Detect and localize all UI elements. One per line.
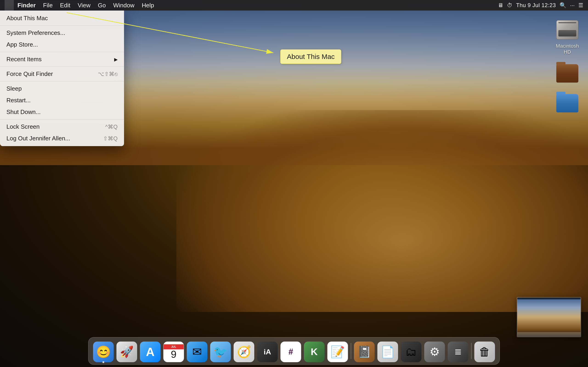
menu-item-system-prefs-label: System Preferences...: [6, 29, 65, 36]
menu-item-restart-label: Restart...: [6, 97, 31, 104]
menubar-file[interactable]: File: [39, 0, 56, 10]
menu-item-shutdown[interactable]: Shut Down...: [0, 106, 124, 118]
dock-app-documents[interactable]: 📄: [377, 342, 398, 362]
menubar-finder[interactable]: Finder: [14, 0, 39, 10]
menu-item-sleep[interactable]: Sleep: [0, 83, 124, 94]
menu-separator-5: [0, 119, 124, 119]
folder-blue-icon: [556, 92, 579, 115]
dock-app-safari[interactable]: 🧭: [233, 342, 254, 362]
menu-separator-1: [0, 25, 124, 26]
logout-shortcut: ⇧⌘Q: [103, 135, 118, 142]
menu-item-recent[interactable]: Recent Items ▶: [0, 53, 124, 65]
folder-brown-graphic: [556, 64, 578, 83]
menu-item-system-prefs[interactable]: System Preferences...: [0, 27, 124, 39]
submenu-arrow-icon: ▶: [114, 57, 118, 62]
lock-shortcut: ^⌘Q: [105, 124, 118, 130]
desktop-icon-folder-brown[interactable]: [553, 62, 581, 85]
menu-item-sleep-label: Sleep: [6, 85, 22, 92]
menubar-help[interactable]: Help: [138, 0, 157, 10]
hd-drive-icon: [556, 18, 579, 41]
dock-app-appstore[interactable]: A: [140, 342, 161, 362]
menubar-edit[interactable]: Edit: [56, 0, 74, 10]
menu-item-logout-label: Log Out Jennifer Allen...: [6, 135, 70, 142]
search-icon[interactable]: 🔍: [560, 2, 566, 8]
menu-item-appstore-label: App Store...: [6, 41, 38, 48]
dock-app-notebooks[interactable]: 📓: [354, 342, 375, 362]
dock-app-documents-wrap: 📄: [377, 342, 398, 362]
dock-app-finder[interactable]: 😊: [93, 342, 114, 362]
dock-app-iawriter[interactable]: iA: [257, 342, 278, 362]
menu-item-shutdown-label: Shut Down...: [6, 108, 41, 116]
dock-app-textedit-wrap: 📝: [327, 342, 348, 362]
dock-app-tweetbot-wrap: 🐦: [210, 342, 231, 362]
dock-app-files-wrap: 🗂: [401, 342, 422, 362]
apple-menu-dropdown: About This Mac System Preferences... App…: [0, 10, 124, 146]
screenshot-thumb-dock: [517, 332, 581, 337]
menubar-view[interactable]: View: [74, 0, 94, 10]
menubar-left: Finder File Edit View Go Window Help: [5, 0, 158, 10]
force-quit-shortcut: ⌥⇧⌘⎋: [98, 71, 118, 77]
menu-item-appstore[interactable]: App Store...: [0, 39, 124, 50]
menubar-clock: Thu 9 Jul 12:23: [516, 2, 556, 8]
notification-icon[interactable]: ···: [570, 2, 575, 8]
dock-app-calendar[interactable]: JUL 9: [163, 342, 184, 362]
dock-dot-finder: [103, 361, 104, 363]
menu-item-about[interactable]: About This Mac: [0, 12, 124, 24]
menu-separator-2: [0, 52, 124, 52]
dock-app-grey2[interactable]: ≡: [448, 342, 468, 362]
menu-item-recent-label: Recent Items: [6, 56, 42, 63]
dock-app-files[interactable]: 🗂: [401, 342, 422, 362]
menubar-go[interactable]: Go: [94, 0, 110, 10]
folder-blue-graphic: [556, 94, 578, 112]
dock-app-calendar-wrap: JUL 9: [163, 342, 184, 362]
screenshot-thumb-content: [517, 298, 581, 337]
monitor-icon[interactable]: 🖥: [498, 2, 503, 8]
apple-menu-trigger[interactable]: [5, 0, 14, 10]
dock: 😊 🚀 A JUL 9 ✉ 🐦 🧭 iA # K 📝 📓: [88, 337, 500, 365]
hd-icon-graphic: [556, 20, 578, 40]
menu-item-restart[interactable]: Restart...: [0, 94, 124, 106]
dock-app-grey2-wrap: ≡: [448, 342, 468, 362]
time-machine-icon[interactable]: ⏱: [507, 2, 512, 8]
screenshot-thumbnail[interactable]: [517, 297, 581, 337]
dock-app-textedit[interactable]: 📝: [327, 342, 348, 362]
menu-item-force-quit-label: Force Quit Finder: [6, 70, 53, 77]
dock-app-trash-wrap: 🗑: [474, 342, 495, 362]
dock-app-safari-wrap: 🧭: [233, 342, 254, 362]
menubar-window[interactable]: Window: [110, 0, 138, 10]
dock-app-iawriter-wrap: iA: [257, 342, 278, 362]
dock-app-slack-wrap: #: [280, 342, 301, 362]
tooltip-label: About This Mac: [287, 53, 335, 60]
menubar-right: 🖥 ⏱ Thu 9 Jul 12:23 🔍 ··· ☰: [498, 2, 583, 8]
menubar: Finder File Edit View Go Window Help 🖥 ⏱…: [0, 0, 588, 10]
dock-app-trash[interactable]: 🗑: [474, 342, 495, 362]
dock-app-mail[interactable]: ✉: [187, 342, 208, 362]
dock-separator: [351, 343, 351, 359]
tooltip-about-this-mac: About This Mac: [280, 49, 341, 64]
dock-app-rocket[interactable]: 🚀: [116, 342, 137, 362]
menu-item-logout[interactable]: Log Out Jennifer Allen... ⇧⌘Q: [0, 133, 124, 144]
menu-separator-3: [0, 67, 124, 67]
dock-app-keepassium[interactable]: K: [304, 342, 325, 362]
dock-app-grey1[interactable]: ⚙: [424, 342, 445, 362]
dock-app-appstore-wrap: A: [140, 342, 161, 362]
dock-separator-2: [471, 343, 472, 359]
dock-app-tweetbot[interactable]: 🐦: [210, 342, 231, 362]
menu-item-force-quit[interactable]: Force Quit Finder ⌥⇧⌘⎋: [0, 68, 124, 80]
menu-item-about-label: About This Mac: [6, 15, 48, 22]
dock-app-rocket-wrap: 🚀: [116, 342, 137, 362]
desktop-icon-folder-blue[interactable]: [553, 92, 581, 115]
menu-item-lock[interactable]: Lock Screen ^⌘Q: [0, 121, 124, 133]
menu-item-lock-label: Lock Screen: [6, 123, 40, 130]
folder-brown-icon: [556, 62, 579, 85]
hd-icon-label: Macintosh HD: [553, 43, 581, 55]
dock-app-finder-wrap: 😊: [93, 342, 114, 362]
desktop-icons: Macintosh HD: [553, 18, 581, 115]
control-center-icon[interactable]: ☰: [578, 2, 583, 8]
screenshot-thumb-menubar: [517, 298, 581, 299]
dock-app-notebooks-wrap: 📓: [354, 342, 375, 362]
dock-app-mail-wrap: ✉: [187, 342, 208, 362]
dock-app-grey1-wrap: ⚙: [424, 342, 445, 362]
dock-app-slack[interactable]: #: [280, 342, 301, 362]
desktop-icon-macintosh-hd[interactable]: Macintosh HD: [553, 18, 581, 55]
